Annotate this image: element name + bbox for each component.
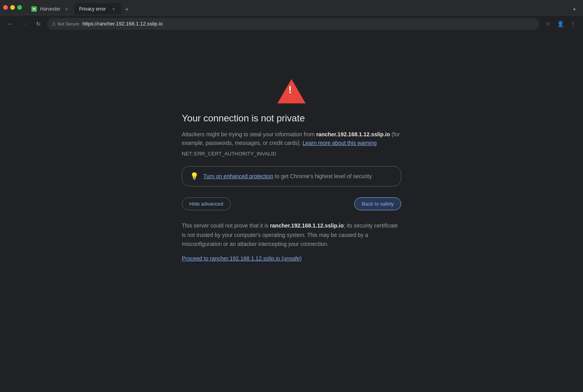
tab-harvester[interactable]: H Harvester ×	[27, 3, 74, 15]
warning-lock-icon: ⚠	[52, 21, 56, 27]
tabs-area: H Harvester × Privacy error × + ▾	[27, 0, 580, 15]
profile-button[interactable]: 👤	[555, 18, 566, 29]
navigation-bar: ← → ↻ ⚠ Not Secure https://rancher.192.1…	[0, 15, 583, 32]
error-code: NET::ERR_CERT_AUTHORITY_INVALID	[182, 151, 276, 157]
buttons-row: Hide advanced Back to safety	[182, 197, 401, 210]
enhanced-protection-box[interactable]: 💡 Turn on enhanced protection to get Chr…	[182, 166, 401, 186]
error-title: Your connection is not private	[182, 113, 305, 124]
error-container: Your connection is not private Attackers…	[182, 79, 401, 262]
tab-list-button[interactable]: ▾	[569, 4, 580, 15]
warning-icon-wrap	[182, 79, 401, 103]
maximize-window-button[interactable]	[17, 5, 22, 10]
new-tab-button[interactable]: +	[121, 4, 132, 15]
advanced-site-name: rancher.192.168.1.12.sslip.io	[270, 222, 344, 229]
menu-button[interactable]: ⋮	[567, 18, 578, 29]
desc-site-name: rancher.192.168.1.12.sslip.io	[316, 131, 390, 137]
enhanced-text-after: to get Chrome's highest level of securit…	[273, 173, 372, 179]
learn-more-link[interactable]: Learn more about this warning	[302, 140, 377, 146]
forward-button[interactable]: →	[19, 18, 30, 29]
enhanced-text: Turn on enhanced protection to get Chrom…	[203, 173, 372, 179]
error-description: Attackers might be trying to steal your …	[182, 130, 401, 148]
advanced-before: This server could not prove that it is	[182, 222, 270, 229]
not-secure-label: Not Secure	[58, 22, 79, 26]
back-to-safety-button[interactable]: Back to safety	[354, 197, 401, 210]
enhanced-protection-link[interactable]: Turn on enhanced protection	[203, 173, 273, 179]
warning-triangle-icon	[277, 79, 306, 103]
tab-favicon-harvester: H	[31, 6, 37, 12]
not-secure-badge: ⚠ Not Secure	[52, 21, 79, 27]
traffic-lights	[3, 5, 22, 10]
bulb-icon: 💡	[190, 172, 199, 181]
tab-label-privacy-error: Privacy error	[79, 6, 107, 12]
tab-label-harvester: Harvester	[40, 6, 60, 12]
tab-close-harvester[interactable]: ×	[63, 6, 70, 12]
title-bar: H Harvester × Privacy error × + ▾	[0, 0, 583, 15]
tab-close-privacy-error[interactable]: ×	[110, 6, 117, 12]
proceed-link[interactable]: Proceed to rancher.192.168.1.12.sslip.io…	[182, 255, 302, 262]
advanced-section: This server could not prove that it is r…	[182, 221, 401, 249]
page-content: Your connection is not private Attackers…	[0, 32, 583, 392]
nav-actions: ☆ 👤 ⋮	[542, 18, 578, 29]
back-button[interactable]: ←	[5, 18, 16, 29]
close-window-button[interactable]	[3, 5, 8, 10]
desc-before: Attackers might be trying to steal your …	[182, 131, 316, 137]
minimize-window-button[interactable]	[10, 5, 15, 10]
address-bar[interactable]: ⚠ Not Secure https://rancher.192.168.1.1…	[47, 18, 539, 30]
bookmark-button[interactable]: ☆	[542, 18, 553, 29]
address-text: https://rancher.192.168.1.12.sslip.io	[82, 21, 534, 27]
browser-window: H Harvester × Privacy error × + ▾ ← → ↻ …	[0, 0, 583, 392]
tab-privacy-error[interactable]: Privacy error ×	[74, 3, 121, 15]
hide-advanced-button[interactable]: Hide advanced	[182, 197, 231, 210]
reload-button[interactable]: ↻	[33, 18, 44, 29]
